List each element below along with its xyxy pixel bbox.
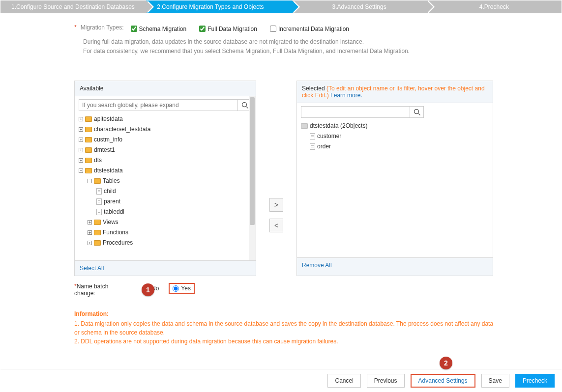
tree-label: Views bbox=[103, 217, 118, 227]
full-data-migration-input[interactable] bbox=[199, 26, 206, 32]
folder-icon bbox=[85, 168, 92, 173]
tree-tableddl[interactable]: tableddl bbox=[79, 207, 252, 217]
folder-icon bbox=[94, 220, 101, 225]
available-title: Available bbox=[75, 81, 256, 96]
available-foot: Select All bbox=[75, 261, 256, 276]
tree-label: apitestdata bbox=[94, 114, 123, 124]
migration-types-row: * Migration Types: Schema Migration Full… bbox=[74, 24, 551, 33]
previous-button[interactable]: Previous bbox=[367, 374, 405, 388]
callout-1: 1 bbox=[142, 283, 154, 296]
collapse-icon[interactable]: − bbox=[88, 179, 92, 183]
folder-icon bbox=[94, 178, 101, 184]
incremental-migration-text: Incremental Data Migration bbox=[278, 26, 349, 32]
tree-label: custm_info bbox=[94, 135, 122, 145]
expand-icon[interactable]: + bbox=[79, 138, 83, 142]
folder-icon bbox=[85, 137, 92, 142]
selected-dtstestdata[interactable]: dtstestdata (2Objects) bbox=[301, 121, 489, 131]
tree-label: dtstestdata bbox=[94, 166, 123, 176]
tree-custm[interactable]: +custm_info bbox=[79, 135, 252, 145]
select-all-link[interactable]: Select All bbox=[80, 265, 104, 272]
save-button[interactable]: Save bbox=[481, 374, 509, 388]
footer-buttons: Cancel Previous Advanced Settings Save P… bbox=[0, 369, 562, 392]
collapse-icon[interactable]: − bbox=[79, 168, 83, 173]
tree-dts[interactable]: +dts bbox=[79, 155, 252, 166]
tree-label: order bbox=[317, 141, 331, 152]
schema-migration-checkbox[interactable]: Schema Migration bbox=[129, 24, 187, 33]
available-panel: Available +apitestdata +characterset_tes… bbox=[74, 81, 256, 276]
expand-icon[interactable]: + bbox=[88, 220, 92, 224]
tree-label: Procedures bbox=[103, 238, 133, 248]
note-line-2: For data consistency, we recommend that … bbox=[83, 47, 551, 56]
selected-search bbox=[301, 106, 424, 118]
move-right-button[interactable]: > bbox=[269, 198, 283, 212]
selected-title-text: Selected bbox=[302, 85, 325, 92]
expand-icon[interactable]: + bbox=[88, 241, 92, 245]
incremental-migration-checkbox[interactable]: Incremental Data Migration bbox=[268, 24, 349, 33]
panels-wrap: Available +apitestdata +characterset_tes… bbox=[74, 81, 551, 276]
tree-views[interactable]: +Views bbox=[79, 217, 252, 227]
schema-migration-input[interactable] bbox=[131, 26, 137, 32]
available-tree: +apitestdata +characterset_testdata +cus… bbox=[79, 114, 252, 248]
tree-tables[interactable]: −Tables bbox=[79, 176, 252, 186]
selected-order[interactable]: order bbox=[301, 141, 489, 152]
transfer-controls: > < bbox=[256, 81, 296, 276]
learn-more-link[interactable]: Learn more. bbox=[330, 92, 362, 99]
callout-2: 2 bbox=[440, 357, 452, 369]
name-batch-label: *Name batchchange: bbox=[74, 283, 143, 297]
precheck-button[interactable]: Precheck bbox=[515, 374, 555, 388]
yes-text: Yes bbox=[181, 285, 191, 292]
tree-functions[interactable]: +Functions bbox=[79, 227, 252, 238]
step-2[interactable]: 2.Configure Migration Types and Objects bbox=[146, 0, 292, 13]
selected-tree: dtstestdata (2Objects) customer order bbox=[301, 121, 489, 152]
info-body: 1. Data migration only copies the data a… bbox=[74, 319, 497, 346]
tree-dtstestdata[interactable]: −dtstestdata bbox=[79, 166, 252, 176]
tree-characterset[interactable]: +characterset_testdata bbox=[79, 124, 252, 135]
nblabel2: change: bbox=[74, 290, 95, 297]
folder-icon bbox=[94, 230, 101, 235]
name-batch-yes-input[interactable] bbox=[173, 285, 179, 292]
folder-icon bbox=[85, 147, 92, 153]
available-body: +apitestdata +characterset_testdata +cus… bbox=[75, 96, 256, 261]
scroll-thumb[interactable] bbox=[250, 97, 255, 225]
tree-child[interactable]: child bbox=[79, 186, 252, 196]
selected-search-input[interactable] bbox=[301, 107, 410, 117]
selected-customer[interactable]: customer bbox=[301, 131, 489, 141]
full-data-migration-text: Full Data Migration bbox=[207, 26, 257, 32]
scrollbar[interactable] bbox=[249, 96, 256, 260]
expand-icon[interactable]: + bbox=[88, 230, 92, 235]
tree-label: characterset_testdata bbox=[94, 124, 150, 135]
tree-dmtest1[interactable]: +dmtest1 bbox=[79, 145, 252, 155]
info-line-2: 2. DDL operations are not supported duri… bbox=[74, 337, 497, 346]
folder-icon bbox=[301, 123, 308, 129]
expand-icon[interactable]: + bbox=[79, 117, 83, 121]
expand-icon[interactable]: + bbox=[79, 127, 83, 132]
incremental-migration-input[interactable] bbox=[270, 26, 276, 32]
tree-parent[interactable]: parent bbox=[79, 196, 252, 207]
step-1[interactable]: 1.Configure Source and Destination Datab… bbox=[0, 0, 146, 13]
step-3[interactable]: 3.Advanced Settings bbox=[292, 0, 427, 13]
expand-icon[interactable]: + bbox=[79, 158, 83, 163]
svg-point-2 bbox=[414, 110, 418, 114]
migration-types-label: Migration Types: bbox=[81, 24, 124, 31]
move-left-button[interactable]: < bbox=[269, 219, 283, 232]
tree-label: Tables bbox=[103, 176, 120, 186]
file-icon bbox=[310, 143, 315, 150]
information-block: Information: 1. Data migration only copi… bbox=[74, 310, 497, 346]
cancel-button[interactable]: Cancel bbox=[327, 374, 360, 388]
advanced-settings-button[interactable]: Advanced Settings bbox=[411, 374, 475, 388]
name-batch-yes[interactable]: Yes bbox=[173, 285, 191, 292]
search-icon bbox=[414, 109, 420, 115]
tree-apitestdata[interactable]: +apitestdata bbox=[79, 114, 252, 124]
file-icon bbox=[96, 209, 102, 215]
available-search-input[interactable] bbox=[79, 100, 237, 111]
schema-migration-text: Schema Migration bbox=[139, 26, 187, 32]
tree-procedures[interactable]: +Procedures bbox=[79, 238, 252, 248]
tree-label: parent bbox=[104, 196, 120, 207]
selected-search-button[interactable] bbox=[410, 107, 423, 117]
full-data-migration-checkbox[interactable]: Full Data Migration bbox=[197, 24, 257, 33]
folder-icon bbox=[85, 116, 92, 122]
expand-icon[interactable]: + bbox=[79, 148, 83, 152]
remove-all-link[interactable]: Remove All bbox=[302, 262, 332, 269]
info-title: Information: bbox=[74, 310, 497, 317]
step-4[interactable]: 4.Precheck bbox=[427, 0, 562, 13]
